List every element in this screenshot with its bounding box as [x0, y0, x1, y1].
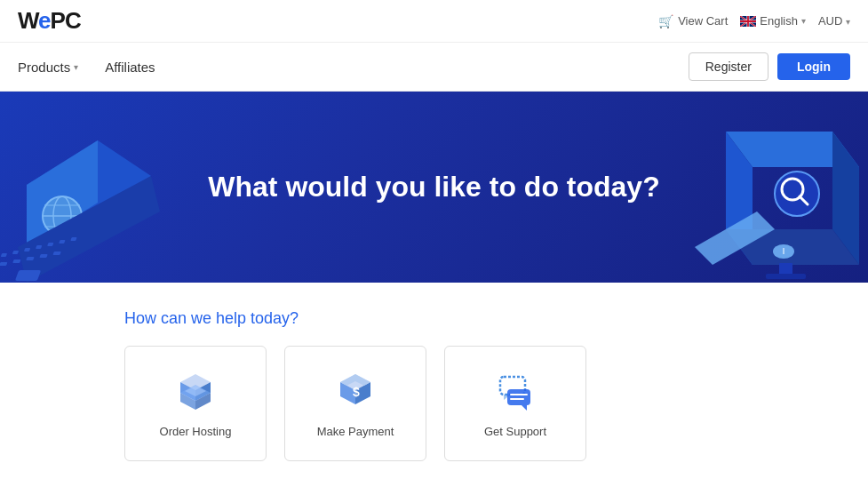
- help-section: How can we help today? Order Hosting: [0, 283, 868, 495]
- hero-laptop-illustration: [0, 105, 169, 283]
- language-selector[interactable]: English ▾: [740, 14, 806, 28]
- nav-item-products[interactable]: Products ▾: [18, 44, 78, 91]
- cart-icon: 🛒: [658, 14, 673, 28]
- view-cart-label: View Cart: [678, 14, 728, 28]
- register-button[interactable]: Register: [689, 52, 768, 81]
- nav-item-affiliates[interactable]: Affiliates: [105, 44, 155, 91]
- currency-chevron-icon: ▾: [846, 17, 850, 27]
- products-chevron-icon: ▾: [74, 62, 78, 72]
- products-label: Products: [18, 60, 70, 75]
- top-bar: WePC 🛒 View Cart English ▾ AUD ▾: [0, 0, 868, 43]
- help-title: How can we help today?: [124, 309, 744, 328]
- currency-label: AUD: [818, 14, 842, 28]
- svg-rect-32: [766, 274, 806, 279]
- nav-left: Products ▾ Affiliates: [18, 44, 155, 91]
- cards-row: Order Hosting $ Make Payment: [124, 346, 744, 461]
- card-get-support-label: Get Support: [484, 425, 546, 438]
- svg-rect-20: [26, 257, 34, 260]
- support-icon: [493, 370, 538, 414]
- svg-rect-21: [39, 254, 47, 258]
- affiliates-label: Affiliates: [105, 60, 155, 75]
- language-chevron-icon: ▾: [801, 16, 806, 26]
- svg-rect-10: [1, 253, 7, 257]
- hero-headline: What would you like to do today?: [208, 171, 659, 204]
- top-right: 🛒 View Cart English ▾ AUD ▾: [658, 14, 850, 28]
- language-label: English: [760, 14, 798, 28]
- nav-right: Register Login: [689, 52, 850, 81]
- currency-selector[interactable]: AUD ▾: [818, 14, 850, 28]
- logo: WePC: [18, 7, 81, 35]
- card-get-support[interactable]: Get Support: [444, 346, 586, 461]
- view-cart-link[interactable]: 🛒 View Cart: [658, 14, 728, 28]
- svg-rect-19: [12, 259, 20, 263]
- svg-rect-18: [0, 262, 7, 266]
- card-order-hosting-label: Order Hosting: [160, 425, 232, 438]
- nav-bar: Products ▾ Affiliates Register Login: [0, 43, 868, 92]
- payment-icon: $: [333, 370, 378, 414]
- login-button[interactable]: Login: [777, 53, 850, 80]
- uk-flag-icon: [740, 16, 756, 27]
- card-make-payment-label: Make Payment: [317, 425, 394, 438]
- svg-rect-22: [52, 251, 60, 255]
- card-make-payment[interactable]: $ Make Payment: [284, 346, 426, 461]
- svg-marker-53: [522, 405, 527, 411]
- svg-rect-11: [12, 251, 19, 254]
- hero-banner: What would you like to do today?: [0, 92, 868, 283]
- hosting-icon: [173, 370, 218, 414]
- svg-text:$: $: [353, 385, 360, 399]
- card-order-hosting[interactable]: Order Hosting: [124, 346, 267, 461]
- hero-monitor-illustration: [690, 105, 868, 283]
- svg-rect-23: [15, 270, 41, 281]
- svg-rect-50: [507, 389, 530, 405]
